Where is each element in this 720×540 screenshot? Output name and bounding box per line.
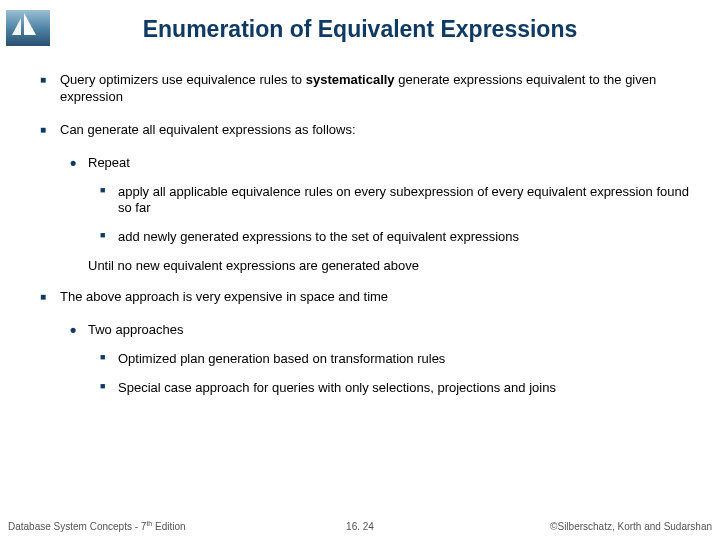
text-line: Until no new equivalent expressions are … [88, 258, 692, 275]
bullet-level3: Optimized plan generation based on trans… [100, 351, 692, 368]
footer-right: ©Silberschatz, Korth and Sudarshan [550, 521, 712, 532]
slide-body: Query optimizers use equivalence rules t… [36, 72, 692, 409]
bullet-level2: Repeat [68, 155, 692, 172]
bullet-level3: Special case approach for queries with o… [100, 380, 692, 397]
text: Query optimizers use equivalence rules t… [60, 72, 306, 87]
bullet-level1: Query optimizers use equivalence rules t… [36, 72, 692, 106]
bullet-level3: add newly generated expressions to the s… [100, 229, 692, 246]
bullet-level1: Can generate all equivalent expressions … [36, 122, 692, 139]
slide-title: Enumeration of Equivalent Expressions [0, 16, 720, 43]
bullet-level3: apply all applicable equivalence rules o… [100, 184, 692, 218]
bullet-level2: Two approaches [68, 322, 692, 339]
text-strong: systematically [306, 72, 395, 87]
bullet-level1: The above approach is very expensive in … [36, 289, 692, 306]
